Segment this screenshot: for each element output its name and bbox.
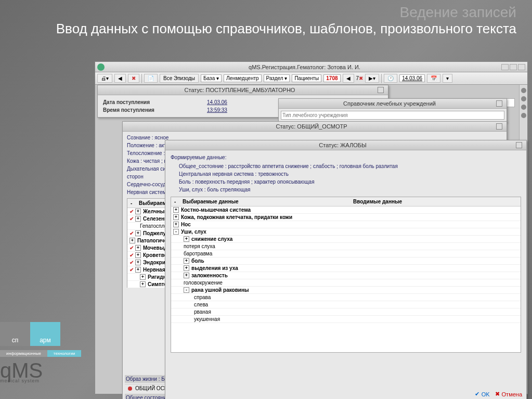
tree-item[interactable]: +Кожа, подкожная клетчатка, придатки кож… xyxy=(171,214,521,221)
side-icon[interactable] xyxy=(521,96,526,101)
expand-icon[interactable]: + xyxy=(135,216,141,222)
panel-btn[interactable] xyxy=(496,123,502,130)
panel3-title: Статус: ЖАЛОБЫ xyxy=(170,142,516,148)
form-item: Центральная нервная система : тревожност… xyxy=(171,170,521,178)
title-line-2: Ввод данных с помощью справочников, шабл… xyxy=(56,21,516,37)
tree-item[interactable]: потеря слуха xyxy=(171,243,521,250)
side-icon[interactable] xyxy=(521,113,526,118)
panel-btn[interactable] xyxy=(378,87,384,93)
tree-item[interactable]: головокружение xyxy=(171,279,521,287)
tag-dot xyxy=(128,387,132,391)
nav-left[interactable]: ◀ xyxy=(114,74,126,83)
expand-icon[interactable]: + xyxy=(184,258,189,264)
expand-icon[interactable]: + xyxy=(135,209,141,214)
tree-item[interactable]: +заложенность xyxy=(171,272,521,279)
counter-red: 1708 xyxy=(323,74,340,82)
date-value[interactable]: 14.03.06 xyxy=(207,99,227,105)
tree-label: заложенность xyxy=(191,273,228,278)
check-icon: ✔ xyxy=(129,245,134,251)
minimize-button[interactable] xyxy=(501,64,509,70)
check-icon: ✔ xyxy=(129,216,134,222)
doc-button[interactable]: 📄 xyxy=(144,74,158,83)
content-area: Признак 1 Статус: ПОСТУПЛЕНИЕ_АМБУЛАТОРН… xyxy=(95,85,527,394)
close-button[interactable] xyxy=(518,64,525,70)
ok-button[interactable]: ✔ OK xyxy=(475,391,490,397)
tree-label: справа xyxy=(194,294,211,300)
expand-icon[interactable]: + xyxy=(135,230,141,236)
time-value[interactable]: 13:59:33 xyxy=(207,107,227,113)
titlebar: qMS.Регистрация.Гематолог: Зотова И. И. xyxy=(95,62,527,72)
tree-item[interactable]: +выделения из уха xyxy=(171,265,521,272)
expand-icon[interactable]: + xyxy=(184,236,189,242)
expand-icon[interactable]: + xyxy=(184,273,189,278)
expand-icon[interactable]: + xyxy=(173,214,179,220)
patients-select[interactable]: Пациенты xyxy=(292,74,321,82)
tree-label: головокружение xyxy=(184,280,223,286)
time-label: Время поступления xyxy=(103,107,207,113)
tree-item[interactable]: баротравма xyxy=(171,250,521,258)
tree-label: Костно-мышечная система xyxy=(181,207,251,213)
tree-item[interactable]: справа xyxy=(171,294,521,301)
check-icon: ✔ xyxy=(129,209,134,214)
maximize-button[interactable] xyxy=(510,64,517,70)
expand-icon[interactable]: + xyxy=(135,245,141,251)
count: 7✖ xyxy=(356,75,364,81)
form-item: Боль : поверхность передняя ; характер о… xyxy=(171,178,521,186)
tree-item[interactable]: +Нос xyxy=(171,221,521,228)
section-select[interactable]: Раздел ▾ xyxy=(264,74,290,82)
expand-icon[interactable]: + xyxy=(140,274,146,280)
all-episodes[interactable]: Все Эпизоды xyxy=(160,74,199,83)
tree-label: Уши, слух xyxy=(181,229,206,235)
side-icon[interactable] xyxy=(521,105,526,110)
window-title: qMS.Регистрация.Гематолог: Зотова И. И. xyxy=(108,64,501,70)
tree-item[interactable]: укушенная xyxy=(171,316,521,323)
center-select[interactable]: Ленмедцентр xyxy=(224,74,262,82)
inp-header-3: Вводимые данные xyxy=(350,197,521,206)
ref-title: Справочник лечебных учреждений xyxy=(283,100,496,107)
expand-icon[interactable]: + xyxy=(184,265,189,271)
ref-input[interactable] xyxy=(281,111,504,120)
db-select[interactable]: База ▾ xyxy=(201,74,222,82)
logo-area: сп арм информационные технологии qMS med… xyxy=(0,322,81,383)
tree-item[interactable]: -рана ушной раковины xyxy=(171,287,521,294)
tree-item[interactable]: +боль xyxy=(171,258,521,265)
panel1-title: Статус: ПОСТУПЛЕНИЕ_АМБУЛАТОРНО xyxy=(102,87,378,93)
time-button[interactable]: 🕐 xyxy=(384,74,397,83)
nav-next[interactable]: ▶▾ xyxy=(365,74,379,83)
cal-button[interactable]: 📅 xyxy=(427,74,440,83)
nav-prev[interactable]: ◀ xyxy=(343,74,354,83)
tree-label: Кожа, подкожная клетчатка, придатки кожи xyxy=(181,214,292,220)
tree-item[interactable]: +снижение слуха xyxy=(171,236,521,243)
formdata: Формируемые данные: Общее_состояние : ра… xyxy=(171,153,521,195)
title-line-1: Ведение записей xyxy=(56,4,516,21)
tree-item[interactable]: -Уши, слух xyxy=(171,228,521,236)
expand-icon[interactable]: + xyxy=(173,222,179,227)
print-button[interactable]: 🖨▾ xyxy=(97,74,112,83)
expand-icon[interactable]: - xyxy=(173,229,179,235)
panel-btn[interactable] xyxy=(496,100,502,107)
expand-icon[interactable]: + xyxy=(140,281,146,287)
cancel-button[interactable]: ✖ Отмена xyxy=(495,391,522,397)
tree-label: снижение слуха xyxy=(191,236,232,242)
form-item: Общее_состояние : расстройство аппетита … xyxy=(171,162,521,170)
tree-item[interactable]: +Костно-мышечная система xyxy=(171,207,521,214)
expand-icon[interactable]: + xyxy=(135,260,141,265)
check-icon: ✔ xyxy=(129,230,134,236)
expand-icon[interactable]: - xyxy=(184,287,189,293)
expand-icon[interactable]: + xyxy=(135,267,141,273)
tree-item[interactable]: слева xyxy=(171,301,521,308)
form-hdr: Формируемые данные: xyxy=(171,155,521,160)
expand-icon[interactable]: + xyxy=(129,238,135,243)
date-field[interactable]: 14.03.06 xyxy=(399,74,425,82)
date-label: Дата поступления xyxy=(103,99,207,105)
delete-button[interactable]: ✖ xyxy=(128,74,139,83)
expand-icon[interactable]: + xyxy=(135,252,141,258)
slide-title: Ведение записей Ввод данных с помощью сп… xyxy=(56,4,516,37)
more-button[interactable]: ▾ xyxy=(443,74,452,83)
panel-btn[interactable] xyxy=(516,142,522,148)
tree-item[interactable]: рваная xyxy=(171,308,521,316)
side-icon[interactable] xyxy=(521,88,526,93)
expand-icon[interactable]: + xyxy=(173,207,179,213)
tree-label: боль xyxy=(191,258,204,264)
panel-reference: Справочник лечебных учреждений xyxy=(278,98,507,122)
